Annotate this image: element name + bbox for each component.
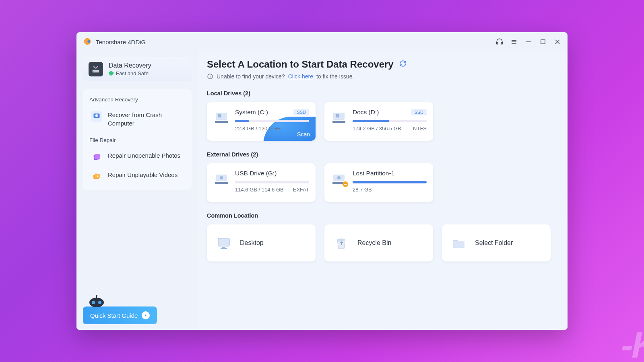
svg-rect-14 — [94, 154, 100, 159]
svg-point-18 — [92, 301, 95, 304]
menu-icon[interactable] — [510, 38, 518, 45]
drive-card-docs-d[interactable]: Docs (D:)SSD 174.2 GB / 356.5 GBNTFS — [324, 102, 433, 141]
scan-label: Scan — [297, 131, 310, 138]
svg-point-30 — [220, 176, 223, 179]
minimize-button[interactable] — [525, 38, 532, 45]
local-drives-label: Local Drives (2) — [207, 90, 555, 97]
ssd-icon — [213, 109, 229, 125]
sidebar-item-label: Repair Unopenable Photos — [108, 151, 180, 160]
drive-fs: NTFS — [413, 125, 427, 132]
drive-card-lost-partition[interactable]: Lost Partition-1 28.7 GB — [324, 163, 433, 202]
drive-name: System (C:) — [235, 109, 268, 116]
drive-name: USB Drive (G:) — [235, 170, 277, 177]
drive-tools-icon — [89, 62, 103, 76]
svg-rect-36 — [344, 184, 347, 185]
sidebar-item-label: Repair Unplayable Videos — [108, 171, 178, 179]
sidebar-item-crash-recovery[interactable]: Recover from Crash Computer — [89, 107, 185, 132]
location-desktop[interactable]: Desktop — [207, 224, 316, 261]
drive-usage: 114.6 GB / 114.6 GB — [235, 187, 284, 193]
drive-card-usb-g[interactable]: USB Drive (G:) 114.6 GB / 114.6 GBEXFAT — [207, 163, 316, 202]
svg-rect-25 — [215, 121, 228, 123]
svg-rect-1 — [502, 42, 503, 44]
info-icon — [207, 73, 213, 80]
guide-label: Quick Start Guide — [90, 312, 138, 319]
location-select-folder[interactable]: Select Folder — [442, 224, 551, 261]
advanced-recovery-label: Advanced Recovery — [89, 97, 185, 103]
usb-drive-icon — [213, 171, 229, 187]
titlebar: Tenorshare 4DDiG — [76, 32, 568, 51]
location-label: Select Folder — [475, 239, 513, 247]
sidebar-item-repair-videos[interactable]: Repair Unplayable Videos — [89, 167, 185, 186]
svg-rect-28 — [332, 121, 345, 123]
maximize-button[interactable] — [539, 38, 547, 45]
svg-rect-37 — [218, 238, 229, 246]
app-window: Tenorshare 4DDiG Data Recovery Fast and … — [76, 32, 568, 330]
close-button[interactable] — [554, 38, 561, 45]
photos-icon — [91, 151, 102, 162]
drive-name: Lost Partition-1 — [353, 170, 394, 177]
svg-point-10 — [94, 71, 95, 72]
sidebar-item-label: Recover from Crash Computer — [108, 111, 184, 128]
drive-usage: 174.2 GB / 356.5 GB — [353, 125, 401, 132]
refresh-icon[interactable] — [399, 60, 407, 69]
drive-card-system-c[interactable]: System (C:)SSD 22.8 GB / 120.0 GB Scan — [207, 102, 316, 141]
support-icon[interactable] — [496, 38, 503, 45]
drive-tag: SSD — [293, 109, 309, 115]
file-repair-label: File Repair — [89, 137, 185, 143]
svg-rect-39 — [221, 248, 227, 249]
bot-icon — [88, 294, 105, 307]
svg-rect-24 — [218, 114, 221, 117]
monitor-recovery-icon — [91, 111, 102, 122]
watermark: ‑K — [621, 325, 644, 362]
drive-fs: EXFAT — [293, 187, 309, 193]
sidebar-primary-title: Data Recovery — [109, 62, 151, 69]
svg-rect-27 — [336, 114, 339, 117]
svg-point-40 — [337, 239, 345, 241]
location-label: Desktop — [240, 239, 264, 247]
sidebar-primary-subtitle: Fast and Safe — [116, 70, 149, 76]
shield-icon — [109, 71, 114, 76]
svg-point-17 — [89, 298, 104, 307]
drive-name: Docs (D:) — [353, 109, 379, 116]
app-logo-icon — [83, 37, 92, 46]
sidebar-item-repair-photos[interactable]: Repair Unopenable Photos — [89, 147, 185, 167]
svg-rect-9 — [93, 70, 99, 72]
svg-point-21 — [96, 295, 97, 296]
svg-point-12 — [95, 114, 98, 117]
svg-point-19 — [98, 301, 101, 304]
drive-tag: SSD — [411, 109, 427, 115]
warning-badge-icon — [342, 181, 349, 187]
drive-usage: 28.7 GB — [353, 187, 372, 193]
location-recycle-bin[interactable]: Recycle Bin — [324, 224, 433, 261]
videos-icon — [91, 171, 102, 182]
svg-rect-0 — [497, 42, 498, 44]
desktop-icon — [215, 234, 233, 252]
quick-start-guide-button[interactable]: Quick Start Guide — [83, 306, 157, 324]
recycle-bin-icon — [332, 234, 350, 252]
app-title: Tenorshare 4DDiG — [96, 39, 146, 45]
drive-usage: 22.8 GB / 120.0 GB — [235, 125, 281, 132]
svg-rect-38 — [222, 247, 225, 248]
svg-rect-31 — [215, 182, 228, 184]
location-label: Recycle Bin — [357, 239, 391, 247]
sidebar-item-data-recovery[interactable]: Data Recovery Fast and Safe — [83, 57, 192, 81]
hint-row: Unable to find your device? Click here t… — [207, 73, 555, 80]
folder-icon — [450, 234, 468, 252]
ssd-icon — [331, 109, 347, 125]
svg-point-33 — [337, 176, 341, 179]
hint-text: to fix the issue. — [316, 73, 354, 80]
hint-text: Unable to find your device? — [217, 73, 285, 80]
common-location-label: Common Location — [207, 212, 555, 219]
chevron-right-icon — [142, 311, 150, 319]
external-drives-label: External Drives (2) — [207, 151, 555, 158]
sidebar: Data Recovery Fast and Safe Advanced Rec… — [76, 51, 198, 330]
svg-rect-6 — [541, 40, 545, 44]
main-content: Select A Location to Start Data Recovery… — [198, 51, 568, 330]
svg-rect-41 — [453, 241, 464, 248]
page-title: Select A Location to Start Data Recovery — [207, 59, 394, 70]
hint-link[interactable]: Click here — [288, 73, 313, 80]
